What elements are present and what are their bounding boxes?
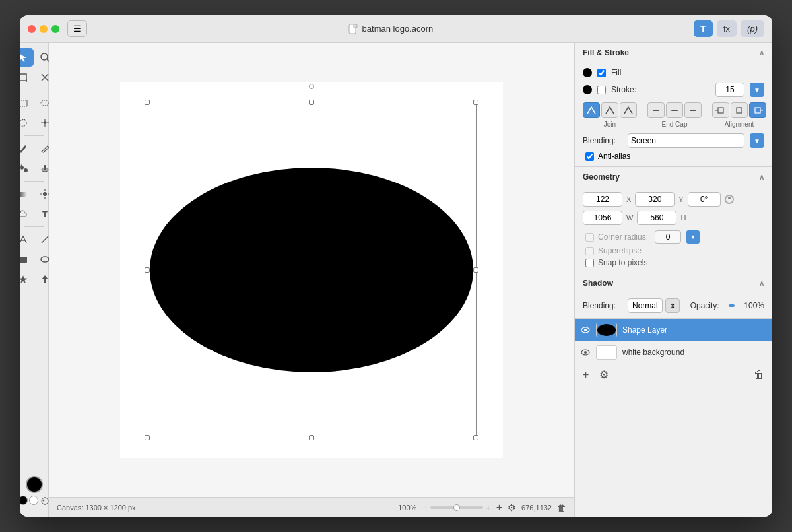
shadow-blending-stepper[interactable]: ⇕ bbox=[665, 298, 680, 313]
foreground-color[interactable] bbox=[26, 476, 43, 493]
corner-radius-checkbox[interactable] bbox=[585, 233, 594, 242]
fill-color-dot[interactable] bbox=[583, 68, 592, 77]
layers-footer: + ⚙ 🗑 bbox=[575, 364, 772, 385]
layer-settings-btn[interactable]: ⚙ bbox=[597, 367, 611, 382]
shadow-blending-value: Normal bbox=[632, 301, 658, 310]
brush-tool[interactable] bbox=[20, 139, 34, 158]
zoom-slider[interactable] bbox=[430, 506, 483, 509]
fill-checkbox[interactable] bbox=[597, 69, 606, 77]
corner-dropdown-btn[interactable]: ▼ bbox=[686, 230, 700, 244]
superellipse-label: Superellipse bbox=[598, 246, 642, 255]
endcap-btn-3[interactable] bbox=[684, 102, 702, 118]
geometry-section: Geometry ∧ 122 X 320 Y 0° bbox=[575, 167, 772, 273]
text-tool-button[interactable]: T bbox=[694, 20, 713, 37]
layer-shape[interactable]: Shape Layer bbox=[575, 319, 772, 341]
join-btn-3[interactable] bbox=[620, 102, 637, 118]
join-btn-1[interactable] bbox=[583, 102, 600, 118]
maximize-button[interactable] bbox=[51, 25, 59, 33]
close-button[interactable] bbox=[28, 25, 36, 33]
svg-point-30 bbox=[42, 498, 48, 504]
stroke-checkbox[interactable] bbox=[597, 86, 606, 94]
h-input[interactable]: 560 bbox=[637, 211, 676, 225]
cloud-tool[interactable] bbox=[20, 205, 34, 223]
delete-icon[interactable]: 🗑 bbox=[557, 502, 566, 513]
crop-tool[interactable] bbox=[20, 68, 34, 86]
align-btn-3[interactable] bbox=[749, 102, 766, 118]
stroke-color-dot[interactable] bbox=[583, 85, 592, 94]
snap-checkbox[interactable] bbox=[585, 259, 594, 267]
stroke-value-input[interactable]: 15 bbox=[715, 83, 744, 97]
svg-rect-19 bbox=[20, 192, 27, 197]
arrow-tool[interactable] bbox=[20, 48, 34, 67]
titlebar: ☰ batman logo.acorn T fx (p) bbox=[20, 15, 772, 43]
layer-bg[interactable]: white background bbox=[575, 341, 772, 364]
fill-stroke-content: Fill Stroke: 15 ▼ bbox=[575, 63, 772, 166]
settings-icon[interactable]: ⚙ bbox=[508, 502, 516, 513]
superellipse-checkbox[interactable] bbox=[585, 247, 594, 255]
geometry-chevron[interactable]: ∧ bbox=[759, 173, 764, 182]
stroke-dropdown-btn[interactable]: ▼ bbox=[750, 83, 764, 97]
w-input[interactable]: 1056 bbox=[583, 211, 622, 225]
lasso-tool[interactable] bbox=[20, 114, 34, 132]
endcap-btn-1[interactable] bbox=[647, 102, 665, 118]
y-input[interactable]: 320 bbox=[635, 192, 675, 207]
fx-button[interactable]: fx bbox=[717, 20, 737, 37]
layers-section: Shape Layer white background + ⚙ 🗑 bbox=[575, 319, 772, 517]
endcap-btn-2[interactable] bbox=[666, 102, 683, 118]
svg-rect-5 bbox=[20, 74, 26, 81]
shadow-header: Shadow ∧ bbox=[575, 273, 772, 293]
canvas-svg bbox=[120, 82, 503, 458]
corner-radius-label: Corner radius: bbox=[598, 232, 648, 242]
svg-point-17 bbox=[24, 168, 28, 172]
shadow-blending-select[interactable]: Normal bbox=[628, 298, 663, 313]
p-button[interactable]: (p) bbox=[741, 20, 764, 37]
shadow-chevron[interactable]: ∧ bbox=[759, 279, 764, 288]
fill-row: Fill bbox=[583, 68, 764, 77]
layer-eye-shape[interactable] bbox=[580, 325, 591, 335]
corner-radius-input[interactable]: 0 bbox=[655, 230, 681, 244]
rect-shape-tool[interactable] bbox=[20, 250, 34, 269]
svg-marker-2 bbox=[20, 53, 26, 62]
align-btn-2[interactable] bbox=[731, 102, 748, 118]
join-btn-2[interactable] bbox=[601, 102, 618, 118]
canvas-container[interactable] bbox=[49, 43, 574, 497]
minimize-button[interactable] bbox=[40, 25, 48, 33]
layer-thumb-shape bbox=[596, 323, 617, 337]
add-layer-icon[interactable]: + bbox=[496, 502, 502, 514]
rotation-anchor[interactable] bbox=[725, 195, 734, 204]
pen-tool[interactable] bbox=[20, 230, 34, 249]
svg-point-11 bbox=[41, 100, 49, 106]
align-btn-1[interactable] bbox=[712, 102, 729, 118]
delete-layer-btn[interactable]: 🗑 bbox=[751, 368, 767, 382]
background-swatch[interactable] bbox=[29, 496, 38, 505]
layer-name-bg: white background bbox=[622, 348, 767, 357]
status-bar: Canvas: 1300 × 1200 px 100% − + + ⚙ 676,… bbox=[49, 497, 574, 517]
svg-point-31 bbox=[42, 500, 44, 502]
x-input[interactable]: 122 bbox=[583, 192, 622, 207]
star-tool[interactable] bbox=[20, 270, 34, 288]
sidebar-toggle-icon: ☰ bbox=[73, 24, 81, 34]
antialias-checkbox[interactable] bbox=[585, 152, 594, 161]
blending-select[interactable]: Screen bbox=[628, 133, 744, 148]
svg-point-27 bbox=[41, 257, 49, 262]
zoom-percent: 100% bbox=[398, 504, 416, 512]
coordinates: 676,1132 bbox=[521, 504, 552, 512]
status-right: 100% − + + ⚙ 676,1132 🗑 bbox=[398, 502, 566, 514]
shadow-opacity-slider[interactable] bbox=[729, 304, 735, 307]
rotation-input[interactable]: 0° bbox=[688, 192, 721, 207]
gradient-tool[interactable] bbox=[20, 185, 34, 203]
sidebar-toggle-button[interactable]: ☰ bbox=[67, 20, 87, 37]
blending-dropdown-btn[interactable]: ▼ bbox=[750, 133, 764, 148]
fill-tool[interactable] bbox=[20, 159, 34, 178]
tool-divider-1 bbox=[24, 90, 44, 90]
zoom-minus-icon[interactable]: − bbox=[422, 502, 427, 513]
h-label: H bbox=[680, 214, 686, 222]
tool-divider-2 bbox=[24, 135, 44, 136]
foreground-swatch[interactable] bbox=[20, 496, 28, 505]
fill-stroke-chevron[interactable]: ∧ bbox=[759, 49, 764, 57]
layer-eye-bg[interactable] bbox=[580, 347, 591, 358]
stroke-row: Stroke: 15 ▼ bbox=[583, 83, 764, 97]
add-layer-btn[interactable]: + bbox=[580, 368, 591, 382]
rect-select-tool[interactable] bbox=[20, 94, 34, 112]
zoom-plus-icon[interactable]: + bbox=[486, 502, 491, 513]
